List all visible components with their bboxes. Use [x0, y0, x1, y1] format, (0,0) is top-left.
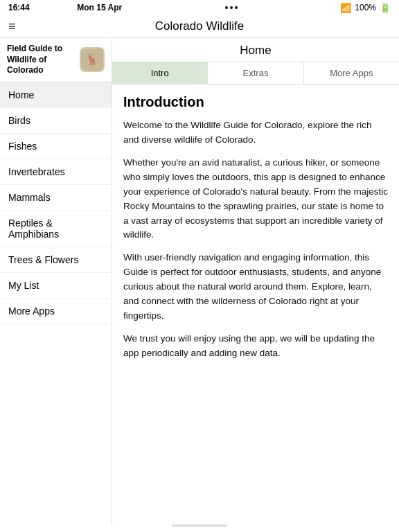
sidebar-header: Field Guide to Wildlife of Colorado 🦌 — [0, 38, 112, 82]
tabs: Intro Extras More Apps — [112, 62, 399, 85]
intro-para-3: With user-friendly navigation and engagi… — [123, 251, 388, 323]
intro-para-1: Welcome to the Wildlife Guide for Colora… — [123, 118, 388, 148]
sidebar-header-text: Field Guide to Wildlife of Colorado — [7, 44, 74, 76]
content-area: Home Intro Extras More Apps Introduction… — [112, 38, 399, 524]
sidebar-nav: Home Birds Fishes Invertebrates Mammals … — [0, 82, 112, 524]
sidebar: Field Guide to Wildlife of Colorado 🦌 Ho… — [0, 38, 112, 524]
app-title: Colorado Wildlife — [155, 19, 245, 33]
main-layout: Field Guide to Wildlife of Colorado 🦌 Ho… — [0, 38, 399, 524]
content-header: Home — [112, 38, 399, 62]
content-header-title: Home — [240, 44, 271, 57]
sidebar-item-reptiles[interactable]: Reptiles & Amphibians — [0, 211, 112, 247]
sidebar-logo: 🦌 — [80, 47, 105, 72]
title-bar: ≡ Colorado Wildlife — [0, 15, 399, 38]
battery-indicator: 100% — [355, 3, 376, 12]
sidebar-item-mammals[interactable]: Mammals — [0, 185, 112, 211]
menu-icon[interactable]: ≡ — [8, 19, 16, 34]
sidebar-item-invertebrates[interactable]: Invertebrates — [0, 159, 112, 185]
status-bar: 16:44 Mon 15 Apr 📶 100% 🔋 — [0, 0, 399, 15]
scroll-indicator — [172, 524, 227, 527]
sidebar-item-home[interactable]: Home — [0, 82, 112, 108]
sidebar-item-fishes[interactable]: Fishes — [0, 134, 112, 159]
status-time: 16:44 — [8, 3, 30, 12]
sidebar-item-birds[interactable]: Birds — [0, 108, 112, 134]
intro-para-4: We trust you will enjoy using the app, w… — [123, 332, 388, 361]
intro-title: Introduction — [123, 94, 388, 110]
sidebar-item-mylist[interactable]: My List — [0, 273, 112, 299]
content-body: Introduction Welcome to the Wildlife Gui… — [112, 85, 399, 524]
status-dots — [225, 6, 238, 9]
svg-text:🦌: 🦌 — [85, 53, 99, 66]
wifi-icon: 📶 — [340, 3, 351, 13]
tab-more-apps[interactable]: More Apps — [304, 62, 399, 84]
status-right: 📶 100% 🔋 — [340, 3, 391, 13]
status-day: Mon 15 Apr — [77, 3, 122, 12]
tab-intro[interactable]: Intro — [112, 62, 208, 84]
tab-extras[interactable]: Extras — [208, 62, 303, 84]
intro-para-2: Whether you're an avid naturalist, a cur… — [123, 156, 388, 243]
sidebar-item-trees[interactable]: Trees & Flowers — [0, 247, 112, 273]
battery-icon: 🔋 — [380, 3, 391, 13]
sidebar-item-moreapps[interactable]: More Apps — [0, 299, 112, 324]
